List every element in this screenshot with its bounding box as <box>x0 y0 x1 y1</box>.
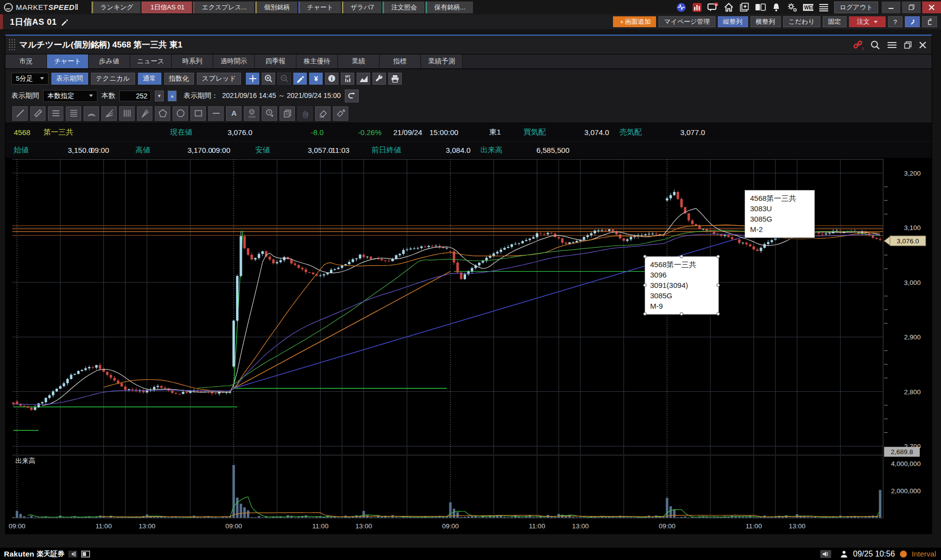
panel-icon[interactable] <box>755 2 766 12</box>
tab-適時開示[interactable]: 適時開示 <box>213 54 255 68</box>
tab-業績[interactable]: 業績 <box>338 54 379 68</box>
float-window-icon[interactable] <box>81 551 90 558</box>
ws-button-マイページ管理[interactable]: マイページ管理 <box>659 16 715 27</box>
tab-時系列[interactable]: 時系列 <box>172 54 213 68</box>
popout-icon[interactable] <box>905 16 920 27</box>
arc-icon[interactable] <box>84 106 99 121</box>
count-up-button[interactable]: ▲ <box>168 91 177 101</box>
bar-count-input[interactable]: 252 <box>119 91 151 101</box>
selection-handle[interactable] <box>643 283 647 287</box>
ws-button-こだわり[interactable]: こだわり <box>783 16 820 27</box>
ws-button-縦整列[interactable]: 縦整列 <box>718 16 748 27</box>
selection-handle[interactable] <box>680 312 683 316</box>
chart-tooltip-1[interactable]: 4568第一三共3083U3085GM-2 <box>745 190 815 238</box>
person-icon[interactable] <box>840 550 848 558</box>
printer-icon[interactable] <box>388 73 402 85</box>
top-tab-チャート[interactable]: チャート <box>298 1 341 13</box>
eraser-icon[interactable] <box>315 106 330 121</box>
wrench-icon[interactable] <box>373 73 386 85</box>
info-icon[interactable]: i <box>325 73 338 85</box>
menu-icon[interactable] <box>818 2 829 12</box>
crosshair-icon[interactable] <box>246 73 259 85</box>
top-tab-1日信AS 01[interactable]: 1日信AS 01 <box>141 1 192 13</box>
interval-indicator-icon[interactable] <box>900 551 907 558</box>
selection-handle[interactable] <box>680 255 683 258</box>
tab-ニュース[interactable]: ニュース <box>130 54 172 68</box>
toolbar-toggle-指数化[interactable]: 指数化 <box>164 73 194 85</box>
reset-period-button[interactable] <box>345 90 359 102</box>
drag-hand-icon[interactable] <box>297 106 313 121</box>
top-tab-個別銘柄[interactable]: 個別銘柄 <box>255 1 297 13</box>
copy-icon[interactable] <box>280 106 295 121</box>
fibo-lines-icon[interactable] <box>66 106 81 121</box>
count-down-button[interactable]: ▼ <box>155 91 164 101</box>
close-icon[interactable] <box>919 41 927 49</box>
toolbar-toggle-通常[interactable]: 通常 <box>138 73 161 85</box>
selection-handle[interactable] <box>643 312 647 316</box>
angle-lines-icon[interactable] <box>137 106 152 121</box>
toolbar-toggle-スプレッド[interactable]: スプレッド <box>197 73 241 85</box>
my-indicator-icon[interactable]: MY <box>341 73 354 85</box>
stamp-icon[interactable]: ICON <box>244 106 259 121</box>
toolbar-toggle-テクニカル[interactable]: テクニカル <box>91 73 135 85</box>
top-tab-注文照会[interactable]: 注文照会 <box>382 1 424 13</box>
ruler-icon[interactable] <box>30 106 46 121</box>
zoom-in-icon[interactable] <box>262 73 275 85</box>
ws-button-横整列[interactable]: 横整列 <box>751 16 781 27</box>
pentagon-icon[interactable] <box>155 106 170 121</box>
logout-button[interactable]: ログアウト <box>834 1 878 13</box>
pulse-icon[interactable] <box>676 2 687 12</box>
order-button[interactable]: 注文 <box>849 16 886 27</box>
vertical-grid-icon[interactable] <box>119 106 135 121</box>
news-icon[interactable]: N <box>707 2 718 12</box>
web-icon[interactable]: WEB <box>802 2 813 12</box>
red-chart-icon[interactable] <box>692 2 703 12</box>
pencil-icon[interactable] <box>293 73 307 85</box>
tool-window-titlebar[interactable]: マルチツール(個別銘柄) 4568 第一三共 東1 1 <box>5 36 932 54</box>
timeframe-select[interactable]: 5分足 <box>11 73 48 85</box>
screen-add-icon[interactable] <box>739 2 750 12</box>
ws-button-＋画面追加[interactable]: ＋画面追加 <box>613 16 656 27</box>
drag-handle[interactable] <box>8 39 15 51</box>
home-icon[interactable] <box>723 2 734 12</box>
fan-lines-icon[interactable] <box>101 106 117 121</box>
rectangle-icon[interactable] <box>190 106 206 121</box>
tab-四季報[interactable]: 四季報 <box>255 54 296 68</box>
parallel-lines-icon[interactable] <box>48 106 63 121</box>
speaker-icon[interactable] <box>820 550 831 558</box>
tab-市況[interactable]: 市況 <box>5 54 47 68</box>
hline-icon[interactable] <box>208 106 224 121</box>
settings-icon[interactable] <box>787 2 798 12</box>
hamburger-icon[interactable] <box>887 41 897 49</box>
link-icon[interactable]: 1 <box>852 40 863 50</box>
restore-layout-icon[interactable] <box>922 16 937 27</box>
search-icon[interactable] <box>870 40 880 50</box>
chart-tooltip-2[interactable]: 4568第一三共30963091(3094)3085GM-9 <box>645 256 719 315</box>
collapse-icon[interactable] <box>68 551 77 558</box>
period-mode-select[interactable]: 本数指定 <box>43 90 97 102</box>
toolbar-toggle-表示期間[interactable]: 表示期間 <box>51 73 88 85</box>
eraser-all-icon[interactable]: A <box>333 106 348 121</box>
yen-icon[interactable]: ¥ <box>309 73 323 85</box>
chart-region[interactable]: 3,2003,1003,0002,9002,8002,70009:0011:00… <box>5 158 932 534</box>
selection-handle[interactable] <box>716 255 720 258</box>
time-cycle-icon[interactable] <box>262 106 277 121</box>
tab-指標[interactable]: 指標 <box>379 54 421 68</box>
top-tab-ランキング[interactable]: ランキング <box>92 1 141 13</box>
selection-handle[interactable] <box>716 283 720 287</box>
restore-icon[interactable] <box>902 1 921 13</box>
ellipse-icon[interactable] <box>173 106 188 121</box>
tab-チャート[interactable]: チャート <box>47 54 89 68</box>
selection-handle[interactable] <box>643 255 647 258</box>
restore-icon[interactable] <box>904 41 912 49</box>
top-tab-エクスプレス...[interactable]: エクスプレス... <box>193 1 254 13</box>
top-tab-ザラバ7[interactable]: ザラバ7 <box>342 1 381 13</box>
chart-style-icon[interactable] <box>357 73 370 85</box>
tab-株主優待[interactable]: 株主優待 <box>296 54 338 68</box>
tab-歩み値[interactable]: 歩み値 <box>89 54 130 68</box>
ws-button-固定[interactable]: 固定 <box>823 16 847 27</box>
edit-pencil-icon[interactable] <box>61 18 68 26</box>
help-button[interactable]: ? <box>888 16 902 27</box>
close-icon[interactable] <box>922 1 941 13</box>
minimize-icon[interactable] <box>882 1 900 13</box>
